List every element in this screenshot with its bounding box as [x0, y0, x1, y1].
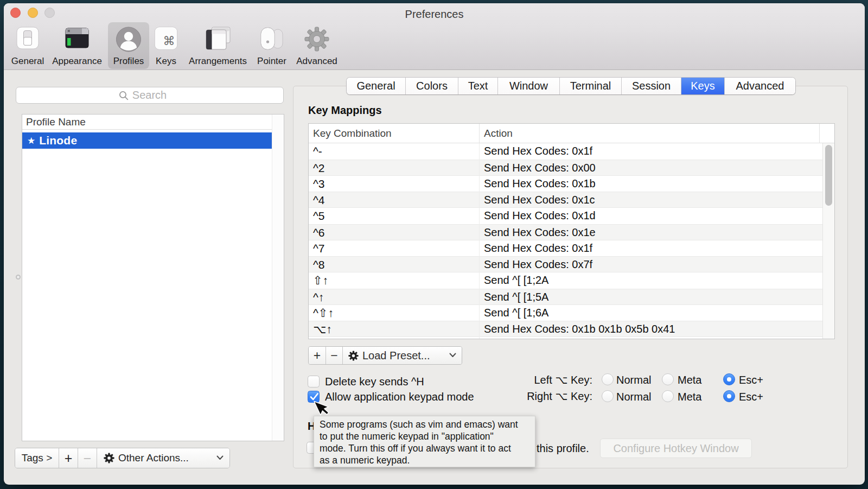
action-cell: Send Hex Codes: 0x1f — [484, 143, 592, 160]
advanced-gear-icon — [304, 27, 329, 54]
profile-name: Linode — [39, 134, 77, 147]
left-option-esc-radio[interactable] — [723, 373, 735, 385]
right-option-esc-radio[interactable] — [723, 390, 735, 402]
remove-keymap-button[interactable]: − — [326, 347, 343, 364]
action-cell: Send ^[ [1;2A — [484, 272, 548, 289]
search-input[interactable]: Search — [16, 87, 284, 104]
right-option-normal-radio[interactable] — [602, 390, 614, 402]
action-cell: Send Hex Codes: 0x1c — [484, 192, 595, 208]
profiles-person-icon — [116, 27, 142, 54]
general-switch-icon — [16, 27, 39, 52]
default-profile-star-icon: ★ — [27, 135, 35, 147]
delete-key-sends-checkbox[interactable] — [308, 376, 320, 388]
column-header-key-combination: Key Combination — [313, 128, 392, 139]
add-profile-button[interactable]: + — [59, 448, 78, 468]
remove-profile-button[interactable]: − — [78, 448, 97, 468]
tab-window[interactable]: Window — [498, 78, 560, 94]
left-option-normal-label: Normal — [616, 374, 651, 386]
right-option-esc-label: Esc+ — [739, 391, 763, 403]
load-preset-dropdown[interactable]: Load Preset... — [343, 347, 462, 364]
right-option-key-label: Right ⌥ Key: — [511, 390, 592, 402]
table-row[interactable]: ^4Send Hex Codes: 0x1c — [309, 192, 822, 208]
key-cell: ^8 — [313, 257, 325, 273]
search-icon — [119, 91, 129, 100]
toolbar-item-advanced[interactable]: Advanced — [294, 22, 340, 69]
key-cell: ^5 — [313, 208, 325, 224]
action-cell: Send Hex Codes: 0x1d — [484, 208, 596, 224]
keys-command-icon: ⌘ — [155, 27, 178, 52]
left-option-normal-radio[interactable] — [602, 373, 614, 385]
tab-terminal[interactable]: Terminal — [560, 78, 622, 94]
other-actions-dropdown[interactable]: Other Actions... — [97, 448, 229, 468]
tooltip-line: Some programs (such as vim and emacs) wa… — [320, 418, 535, 430]
tooltip-line: to put the numeric keypad in "applicatio… — [320, 430, 535, 442]
other-actions-label: Other Actions... — [118, 452, 189, 464]
left-option-meta-label: Meta — [678, 374, 701, 386]
chevron-down-icon — [449, 353, 456, 358]
table-row[interactable]: ^↑Send ^[ [1;5A — [309, 289, 822, 305]
action-cell: Send ^[ [1;6A — [484, 305, 548, 321]
pointer-mouse-icon — [260, 27, 284, 53]
table-row[interactable]: ^8Send Hex Codes: 0x7f — [309, 256, 822, 272]
toolbar-item-appearance[interactable]: Appearance — [50, 22, 104, 69]
table-scrollbar-track[interactable] — [822, 143, 834, 339]
table-row[interactable]: ⌥↑Send Hex Codes: 0x1b 0x1b 0x5b 0x41 — [309, 321, 822, 337]
tab-keys[interactable]: Keys — [681, 78, 725, 94]
tab-colors[interactable]: Colors — [406, 78, 458, 94]
search-placeholder: Search — [132, 89, 167, 101]
tab-general[interactable]: General — [347, 78, 406, 94]
right-option-meta-label: Meta — [678, 391, 701, 403]
key-cell: ⌥↑ — [313, 321, 332, 338]
preferences-window: Preferences General — [4, 3, 865, 485]
key-cell: ^↑ — [313, 289, 324, 306]
help-tooltip: Some programs (such as vim and emacs) wa… — [314, 416, 535, 467]
key-cell: ^- — [313, 143, 322, 160]
column-divider[interactable] — [479, 124, 480, 143]
configure-hotkey-window-button[interactable]: Configure Hotkey Window — [600, 439, 752, 458]
right-option-meta-radio[interactable] — [662, 390, 674, 402]
table-row[interactable]: ⇧↑Send ^[ [1;2A — [309, 272, 822, 289]
action-cell: Send Hex Codes: 0x1b 0x1b 0x5b 0x41 — [484, 321, 675, 338]
table-row[interactable]: ^-Send Hex Codes: 0x1f — [309, 143, 822, 160]
profile-tab-bar: General Colors Text Window Terminal Sess… — [347, 78, 795, 94]
appearance-window-icon — [65, 27, 89, 52]
table-row[interactable]: ^2Send Hex Codes: 0x00 — [309, 160, 822, 176]
tags-button[interactable]: Tags > — [15, 448, 59, 468]
table-scrollbar-thumb[interactable] — [825, 145, 832, 206]
table-row[interactable]: ^6Send Hex Codes: 0x1e — [309, 224, 822, 240]
column-header-action: Action — [484, 128, 513, 139]
sidebar-footer-bar: Tags > + − Other Actions... — [15, 448, 230, 468]
table-row[interactable]: ^7Send Hex Codes: 0x1f — [309, 240, 822, 257]
tab-session[interactable]: Session — [622, 78, 681, 94]
gear-icon — [348, 351, 359, 361]
key-cell: ⇧↑ — [313, 272, 328, 289]
splitter-handle-icon[interactable] — [16, 275, 21, 280]
left-option-esc-label: Esc+ — [739, 374, 763, 386]
load-preset-label: Load Preset... — [362, 350, 430, 362]
key-mappings-table-header: Key Combination Action — [309, 124, 834, 143]
add-keymap-button[interactable]: + — [309, 347, 326, 364]
profile-row-linode[interactable]: ★ Linode — [22, 132, 272, 149]
right-option-normal-label: Normal — [616, 391, 651, 403]
action-cell: Send Hex Codes: 0x1f — [484, 240, 592, 257]
gear-icon — [104, 453, 114, 463]
left-option-meta-radio[interactable] — [662, 373, 674, 385]
key-cell: ^7 — [313, 240, 325, 257]
toolbar-item-arrangements[interactable]: Arrangements — [185, 22, 251, 69]
table-row[interactable]: ^⇧↑Send ^[ [1;6A — [309, 305, 822, 321]
action-cell: Send Hex Codes: 0x7f — [484, 257, 592, 273]
chevron-down-icon — [216, 455, 224, 460]
table-row[interactable]: ^5Send Hex Codes: 0x1d — [309, 208, 822, 224]
column-divider — [819, 124, 820, 143]
window-title: Preferences — [4, 8, 865, 21]
tooltip-line: as a numeric keypad. — [320, 454, 535, 466]
tab-advanced[interactable]: Advanced — [725, 78, 795, 94]
key-cell: ^4 — [313, 192, 325, 208]
tab-text[interactable]: Text — [458, 78, 498, 94]
table-row[interactable]: ^3Send Hex Codes: 0x1b — [309, 176, 822, 192]
toolbar-label-advanced: Advanced — [283, 56, 350, 67]
action-cell: Send Hex Codes: 0x1e — [484, 225, 596, 241]
profile-list-scrollbar[interactable] — [272, 115, 284, 441]
arrangements-windows-icon — [206, 27, 231, 53]
key-cell: ^⇧↑ — [313, 305, 334, 321]
